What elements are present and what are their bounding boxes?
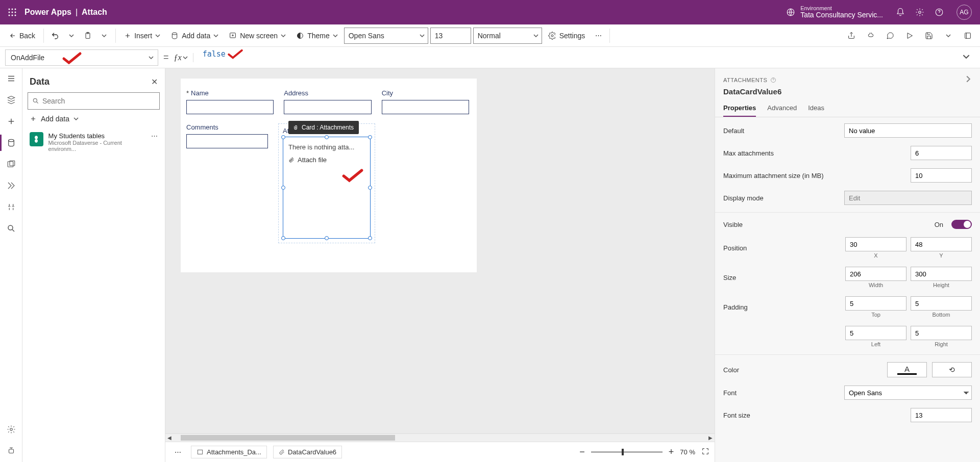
prop-label-font: Font xyxy=(723,389,839,397)
properties-panel: ATTACHMENTS DataCardValue6 Properties Ad… xyxy=(715,68,980,462)
tab-advanced[interactable]: Advanced xyxy=(767,104,797,117)
prop-label-padding: Padding xyxy=(723,303,840,311)
form[interactable]: *Name Address City Comments xyxy=(181,79,477,272)
prop-label-visible: Visible xyxy=(723,221,929,228)
tree-view-icon[interactable] xyxy=(5,94,17,106)
media-icon[interactable] xyxy=(5,158,17,170)
svg-point-6 xyxy=(9,15,10,16)
pos-x-input[interactable] xyxy=(845,237,906,251)
waffle-icon[interactable] xyxy=(4,4,20,20)
width-input[interactable] xyxy=(845,267,906,281)
pad-top-input[interactable] xyxy=(845,296,906,311)
hamburger-icon[interactable] xyxy=(5,72,17,85)
pad-left-input[interactable] xyxy=(845,326,906,340)
help-icon[interactable] xyxy=(934,7,944,17)
breadcrumb-screen[interactable]: Attachments_Da... xyxy=(191,446,267,458)
formula-input[interactable]: false xyxy=(199,49,958,66)
insert-button[interactable]: Insert xyxy=(120,30,164,42)
zoom-out-button[interactable]: − xyxy=(579,447,585,457)
svg-point-25 xyxy=(33,98,37,102)
flows-icon[interactable] xyxy=(5,179,17,192)
selection-tooltip: Card : Attachments xyxy=(288,121,359,134)
save-icon[interactable] xyxy=(922,29,936,43)
expand-formula-icon[interactable] xyxy=(963,53,975,62)
settings-button[interactable]: Settings xyxy=(544,30,590,42)
svg-point-5 xyxy=(15,12,16,13)
pos-y-input[interactable] xyxy=(911,237,972,251)
settings-gear-icon[interactable] xyxy=(915,7,925,17)
prop-displaymode-input xyxy=(844,191,972,205)
visible-toggle[interactable] xyxy=(951,220,972,229)
fill-color-picker[interactable]: ⟲ xyxy=(932,362,972,377)
publish-icon[interactable] xyxy=(961,29,975,43)
height-input[interactable] xyxy=(911,267,972,281)
virtual-agent-icon[interactable] xyxy=(5,445,17,457)
save-dropdown[interactable] xyxy=(941,29,955,43)
tools-icon[interactable] xyxy=(5,201,17,213)
theme-button[interactable]: Theme xyxy=(292,30,342,42)
preview-icon[interactable] xyxy=(902,29,917,43)
svg-point-14 xyxy=(172,33,177,35)
attach-file-button[interactable]: Attach file xyxy=(283,153,370,167)
new-screen-button[interactable]: New screen xyxy=(225,30,290,42)
undo-dropdown[interactable] xyxy=(64,29,79,43)
address-input[interactable] xyxy=(284,100,371,114)
dataverse-icon xyxy=(30,132,43,146)
breadcrumb-overflow[interactable]: ⋯ xyxy=(170,445,185,459)
comments-icon[interactable] xyxy=(883,29,897,43)
back-button[interactable]: Back xyxy=(5,30,39,42)
control-category: ATTACHMENTS xyxy=(723,77,776,83)
search-input[interactable] xyxy=(28,92,160,110)
user-avatar[interactable]: AG xyxy=(957,5,972,20)
font-color-picker[interactable]: A xyxy=(887,362,927,377)
name-input[interactable] xyxy=(186,100,274,114)
command-toolbar: Back Insert Add data New screen Theme Op… xyxy=(0,24,980,47)
brand-title: Power Apps|Attach xyxy=(24,8,107,17)
close-icon[interactable]: ✕ xyxy=(151,77,158,87)
data-source-item[interactable]: My Students tables Microsoft Dataverse -… xyxy=(28,128,160,156)
tab-ideas[interactable]: Ideas xyxy=(808,104,824,117)
add-data-link[interactable]: Add data xyxy=(28,110,160,128)
checker-icon[interactable] xyxy=(864,29,878,43)
fit-screen-icon[interactable] xyxy=(701,447,709,457)
font-size-input-prop[interactable] xyxy=(911,408,972,422)
svg-point-0 xyxy=(9,9,10,10)
more-icon[interactable]: ⋯ xyxy=(151,132,158,140)
attachments-control[interactable]: Card : Attachments There is nothing atta… xyxy=(283,137,371,239)
city-input[interactable] xyxy=(382,100,469,114)
data-icon[interactable] xyxy=(5,137,17,149)
prop-label-position: Position xyxy=(723,244,840,252)
font-size-input[interactable]: 13 xyxy=(430,28,471,44)
fx-icon[interactable]: ƒx xyxy=(174,53,193,62)
property-select[interactable]: OnAddFile xyxy=(5,49,158,66)
zoom-in-button[interactable]: + xyxy=(669,447,674,457)
prop-default-input[interactable] xyxy=(844,123,972,138)
pad-bottom-input[interactable] xyxy=(911,296,972,311)
pad-right-input[interactable] xyxy=(911,326,972,340)
field-label-address: Address xyxy=(284,89,371,97)
comments-input[interactable] xyxy=(186,134,268,148)
add-data-button[interactable]: Add data xyxy=(166,30,223,42)
collapse-panel-icon[interactable] xyxy=(965,75,972,84)
overflow-button[interactable]: ⋯ xyxy=(591,29,605,43)
paste-dropdown[interactable] xyxy=(97,29,111,43)
attachments-card[interactable]: Attachments Card : Attachments There is … xyxy=(278,123,375,243)
breadcrumb-control[interactable]: DataCardValue6 xyxy=(273,446,342,458)
share-icon[interactable] xyxy=(844,29,859,43)
prop-maxatt-input[interactable] xyxy=(911,146,972,160)
add-icon[interactable] xyxy=(5,115,17,127)
paste-button[interactable] xyxy=(81,29,95,43)
settings-rail-icon[interactable] xyxy=(5,423,17,435)
prop-maxsize-input[interactable] xyxy=(911,168,972,183)
environment-picker[interactable]: Environment Tata Consultancy Servic... xyxy=(786,5,883,19)
font-weight-select[interactable]: Normal xyxy=(473,28,542,44)
left-rail xyxy=(0,68,22,462)
horizontal-scrollbar[interactable]: ◀▶ xyxy=(165,433,715,442)
tab-properties[interactable]: Properties xyxy=(723,104,756,117)
undo-button[interactable] xyxy=(48,29,62,43)
notifications-icon[interactable] xyxy=(895,7,905,17)
font-select[interactable]: Open Sans xyxy=(344,28,428,44)
search-rail-icon[interactable] xyxy=(5,222,17,235)
font-select-prop[interactable]: Open Sans xyxy=(844,386,972,400)
zoom-slider[interactable] xyxy=(591,451,663,453)
